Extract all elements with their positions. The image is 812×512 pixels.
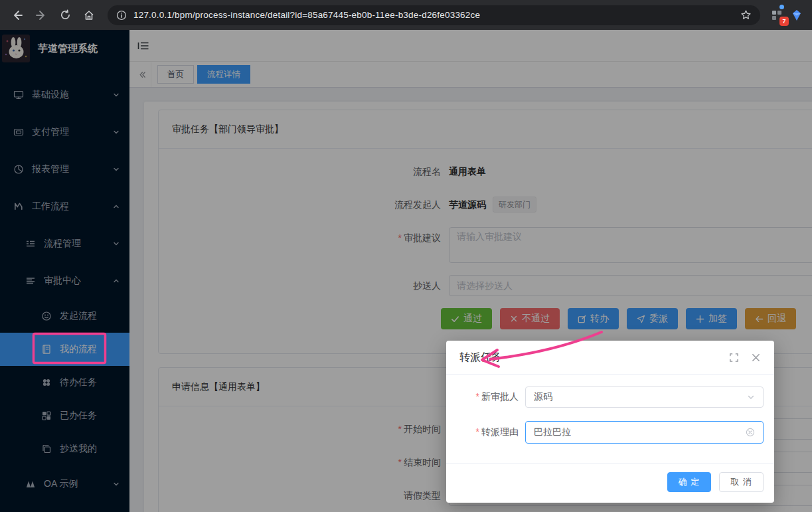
bookmark-star-icon[interactable] [740,9,752,21]
dialog-body: *新审批人 源码 *转派理由 巴拉巴拉 [446,375,774,463]
assignee-label: *新审批人 [459,391,525,403]
dialog-footer: 确 定 取 消 [446,463,774,503]
dialog-row-reason: *转派理由 巴拉巴拉 [459,421,764,444]
address-bar[interactable]: 127.0.0.1/bpm/process-instance/detail?id… [108,5,760,25]
fullscreen-icon[interactable] [729,353,739,363]
dialog-header: 转派任务 [446,341,774,375]
reason-value: 巴拉巴拉 [534,426,746,438]
forward-icon[interactable] [31,5,52,26]
browser-toolbar: 127.0.0.1/bpm/process-instance/detail?id… [0,0,812,30]
required-asterisk: * [476,426,479,437]
close-icon[interactable] [751,353,761,363]
reload-icon[interactable] [54,5,76,26]
cancel-button[interactable]: 取 消 [719,472,764,492]
home-icon[interactable] [78,5,100,26]
extension-dot [779,5,784,9]
site-info-icon[interactable] [116,10,127,21]
assignee-value: 源码 [534,391,747,403]
extension-badge: 7 [779,17,789,26]
confirm-button[interactable]: 确 定 [667,472,712,492]
dialog-row-assignee: *新审批人 源码 [459,386,764,408]
extension-icon[interactable]: 7 [768,7,785,24]
reason-input[interactable]: 巴拉巴拉 [525,421,764,444]
clear-input-icon[interactable] [746,428,755,437]
required-asterisk: * [476,391,479,402]
back-icon[interactable] [7,5,28,26]
dialog-title: 转派任务 [459,351,717,365]
chevron-down-icon [747,393,755,401]
assignee-select[interactable]: 源码 [525,386,764,408]
reason-label: *转派理由 [459,426,525,438]
transfer-task-dialog: 转派任务 *新审批人 源码 *转派理由 巴拉巴拉 [446,341,774,503]
gem-extension-icon[interactable] [788,7,805,24]
url-text[interactable]: 127.0.0.1/bpm/process-instance/detail?id… [133,10,734,20]
